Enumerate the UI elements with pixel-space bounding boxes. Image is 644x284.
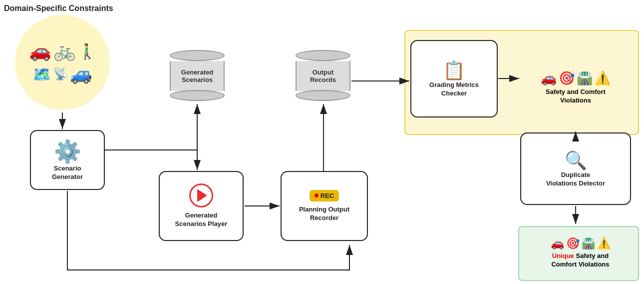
unique-icons-row: 🚗 🎯 🛣️ ⚠️ <box>551 237 611 250</box>
safety-icons-row: 🚗 🎯 🛣️ ⚠️ <box>541 70 611 86</box>
domain-circle: 🚗 🚲 🚶‍♂️ 🗺️ 📡 🚙 <box>15 15 110 110</box>
unique-safety-comfort-box: 🚗 🎯 🛣️ ⚠️ Unique Safety andComfort Viola… <box>519 225 642 281</box>
output-records-db: OutputRecords <box>296 50 350 101</box>
cylinder-body-2: OutputRecords <box>296 61 350 91</box>
cylinder-bottom-2 <box>296 90 350 101</box>
generated-scenarios-player-label: GeneratedScenarios Player <box>175 212 228 228</box>
planning-output-recorder-box: REC Planning OutputRecorder <box>281 171 368 241</box>
play-button-icon <box>189 184 213 208</box>
safety-comfort-violations-box: 🚗 🎯 🛣️ ⚠️ Safety and ComfortViolations <box>520 38 631 138</box>
seatbelt-icon: ⚠️ <box>595 70 611 86</box>
unique-car-icon: 🚗 <box>551 237 564 250</box>
car-crash-icon: 🚗 <box>541 70 557 86</box>
cylinder-top <box>170 50 225 61</box>
cylinder-top-2 <box>296 50 350 61</box>
unique-word: Unique <box>552 252 574 260</box>
unique-road-icon: 🛣️ <box>582 237 595 250</box>
speedometer-icon: 🎯 <box>559 70 575 86</box>
rec-text: REC <box>321 192 334 200</box>
scenario-generator-label: ScenarioGenerator <box>52 164 83 182</box>
cylinder-bottom <box>170 90 225 101</box>
scenario-generator-box: ⚙️ ScenarioGenerator <box>30 130 105 190</box>
generated-scenarios-db: GeneratedScenarios <box>170 50 225 101</box>
duplicate-violations-detector-box: 🔍 DuplicateViolations Detector <box>520 132 631 205</box>
rec-dot-icon <box>315 194 319 198</box>
gear-icon: ⚙️ <box>54 138 81 164</box>
duplicate-violations-detector-label: DuplicateViolations Detector <box>546 171 605 188</box>
rec-badge: REC <box>310 190 339 202</box>
unique-safety-label: Unique Safety andComfort Violations <box>551 252 609 269</box>
diagram: Domain-Specific Constraints 🚗 🚲 🚶‍♂️ 🗺️ … <box>0 0 644 284</box>
unique-warn-icon: ⚠️ <box>597 237 611 250</box>
grading-metrics-checker-label: Grading MetricsChecker <box>429 81 479 98</box>
page-title: Domain-Specific Constraints <box>4 4 113 13</box>
unique-speed-icon: 🎯 <box>566 237 580 250</box>
clipboard-icon: 📋 <box>443 60 465 81</box>
cylinder-body: GeneratedScenarios <box>170 61 225 91</box>
play-triangle-icon <box>197 189 207 202</box>
generated-scenarios-player-box: GeneratedScenarios Player <box>159 171 244 241</box>
magnifier-icon: 🔍 <box>565 150 587 171</box>
grading-metrics-checker-box: 📋 Grading MetricsChecker <box>410 40 498 118</box>
road-icon: 🛣️ <box>577 70 593 86</box>
planning-output-recorder-label: Planning OutputRecorder <box>299 206 349 222</box>
safety-comfort-violations-label: Safety and ComfortViolations <box>546 88 606 105</box>
